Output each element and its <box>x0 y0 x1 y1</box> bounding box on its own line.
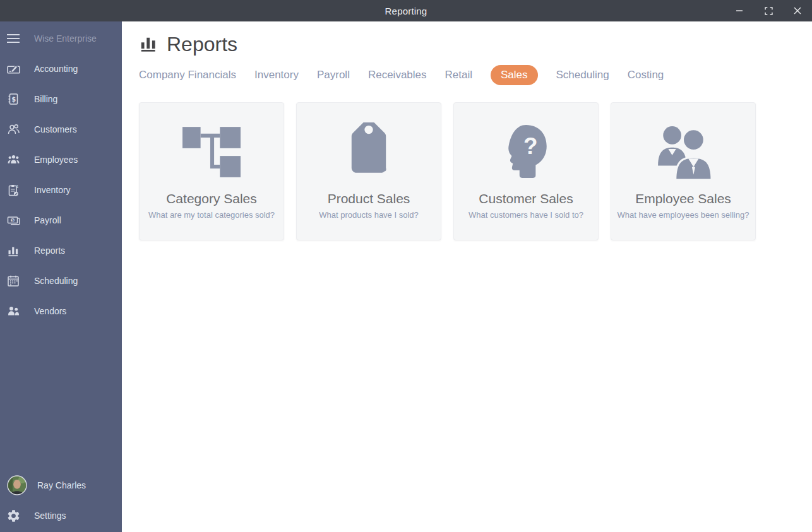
category-hierarchy-icon <box>182 122 241 182</box>
customer-head-question-icon: ? <box>501 122 551 182</box>
window-title: Reporting <box>385 6 427 16</box>
svg-text:?: ? <box>523 133 537 159</box>
reports-chart-icon <box>139 33 158 55</box>
page-header: Reports <box>139 30 812 58</box>
sidebar-item-inventory[interactable]: 1 Inventory <box>0 175 122 205</box>
price-tag-icon <box>339 122 398 182</box>
minimize-icon <box>736 7 743 15</box>
sidebar-user-row[interactable]: Ray Charles <box>0 470 122 500</box>
sidebar-item-scheduling[interactable]: Scheduling <box>0 266 122 296</box>
svg-text:1: 1 <box>16 184 18 189</box>
tab-inventory[interactable]: Inventory <box>254 69 299 81</box>
brand-label: Wise Enterprise <box>34 33 97 44</box>
user-name: Ray Charles <box>37 480 86 490</box>
close-button[interactable] <box>783 0 812 21</box>
sidebar-item-settings[interactable]: Settings <box>0 500 122 531</box>
card-title: Employee Sales <box>635 191 731 206</box>
vendors-icon <box>6 304 21 319</box>
sidebar-item-vendors[interactable]: Vendors <box>0 296 122 326</box>
app-window: Reporting <box>0 0 812 532</box>
employees-icon <box>6 152 21 167</box>
tab-payroll[interactable]: Payroll <box>317 69 350 81</box>
sidebar: Wise Enterprise Accounting <box>0 21 122 532</box>
card-title: Product Sales <box>328 191 410 206</box>
payroll-icon: $ <box>6 213 21 228</box>
sidebar-item-payroll[interactable]: $ Payroll <box>0 205 122 235</box>
gear-icon <box>6 508 21 523</box>
accounting-icon <box>6 61 21 76</box>
sidebar-item-customers[interactable]: Customers <box>0 114 122 145</box>
tab-scheduling[interactable]: Scheduling <box>556 69 609 81</box>
sidebar-item-label: Vendors <box>34 306 66 316</box>
sidebar-item-label: Scheduling <box>34 276 78 286</box>
report-cards: Category Sales What are my total categor… <box>139 102 812 240</box>
tab-retail[interactable]: Retail <box>445 69 472 81</box>
maximize-button[interactable] <box>754 0 783 21</box>
card-employee-sales[interactable]: Employee Sales What have employees been … <box>611 102 756 240</box>
settings-label: Settings <box>34 511 66 521</box>
inventory-icon: 1 <box>6 182 21 198</box>
svg-text:$: $ <box>11 96 16 103</box>
sidebar-item-employees[interactable]: Employees <box>0 145 122 175</box>
maximize-icon <box>765 7 773 15</box>
sidebar-brand-row: Wise Enterprise <box>0 23 122 54</box>
card-product-sales[interactable]: Product Sales What products have I sold? <box>296 102 441 240</box>
page-title: Reports <box>167 33 237 56</box>
card-category-sales[interactable]: Category Sales What are my total categor… <box>139 102 284 240</box>
sidebar-item-label: Billing <box>34 94 57 104</box>
sidebar-item-label: Reports <box>34 245 65 256</box>
card-title: Category Sales <box>166 191 257 206</box>
tab-costing[interactable]: Costing <box>628 69 664 81</box>
close-icon <box>794 7 801 15</box>
card-subtitle: What products have I sold? <box>319 210 419 220</box>
tab-receivables[interactable]: Receivables <box>368 69 427 81</box>
card-subtitle: What have employees been selling? <box>618 210 749 220</box>
billing-icon: $ <box>6 92 21 107</box>
sidebar-item-accounting[interactable]: Accounting <box>0 54 122 84</box>
scheduling-icon <box>6 273 21 288</box>
sidebar-spacer <box>0 326 122 470</box>
hamburger-menu-icon[interactable] <box>6 31 21 46</box>
customers-icon <box>6 122 21 137</box>
minimize-button[interactable] <box>725 0 754 21</box>
sidebar-item-label: Accounting <box>34 64 78 74</box>
svg-text:$: $ <box>11 218 13 222</box>
sidebar-item-reports[interactable]: Reports <box>0 235 122 266</box>
card-customer-sales[interactable]: ? Customer Sales What customers have I s… <box>453 102 599 240</box>
main-content: Reports Company Financials Inventory Pay… <box>122 21 812 532</box>
titlebar: Reporting <box>0 0 812 21</box>
report-category-tabs: Company Financials Inventory Payroll Rec… <box>139 64 812 86</box>
app-body: Wise Enterprise Accounting <box>0 21 812 532</box>
sidebar-item-label: Customers <box>34 124 77 134</box>
card-title: Customer Sales <box>479 191 573 206</box>
card-subtitle: What customers have I sold to? <box>469 210 583 220</box>
sidebar-item-label: Inventory <box>34 185 71 195</box>
sidebar-item-label: Payroll <box>34 215 61 225</box>
sidebar-item-billing[interactable]: $ Billing <box>0 84 122 114</box>
avatar <box>7 475 27 495</box>
tab-sales[interactable]: Sales <box>491 65 538 85</box>
reports-icon <box>6 243 21 258</box>
card-subtitle: What are my total categories sold? <box>148 210 275 220</box>
window-controls <box>725 0 812 21</box>
sidebar-item-label: Employees <box>34 155 78 165</box>
tab-company-financials[interactable]: Company Financials <box>139 69 236 81</box>
employees-group-icon <box>652 122 715 182</box>
